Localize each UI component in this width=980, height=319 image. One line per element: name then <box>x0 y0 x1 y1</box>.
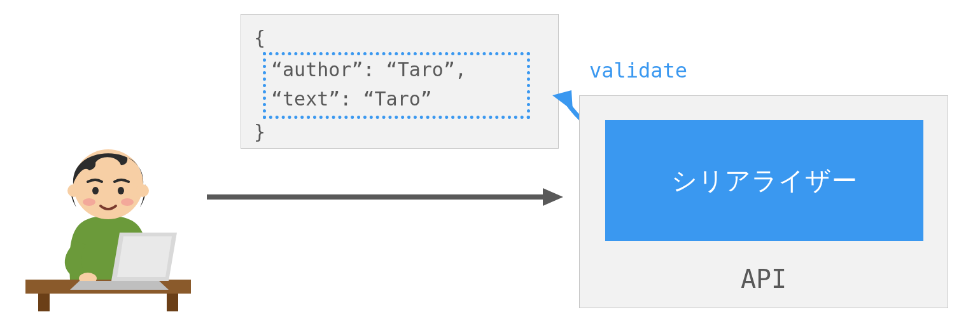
svg-marker-5 <box>70 281 169 290</box>
request-arrow <box>207 184 563 210</box>
json-open-brace: { <box>254 24 545 53</box>
json-highlighted-fields: “author”: “Taro”, “text”: “Taro” <box>263 52 530 119</box>
serializer-box: シリアライザー <box>605 120 923 241</box>
svg-point-12 <box>118 187 124 194</box>
json-payload-box: { “author”: “Taro”, “text”: “Taro” } <box>241 14 559 149</box>
validate-label: validate <box>589 58 687 83</box>
svg-point-10 <box>136 184 149 197</box>
json-close-brace: } <box>254 118 545 147</box>
svg-marker-7 <box>117 236 172 277</box>
user-illustration <box>25 121 191 311</box>
svg-point-13 <box>83 198 95 206</box>
svg-point-11 <box>92 187 99 194</box>
svg-point-14 <box>121 198 134 206</box>
api-label: API <box>580 264 948 294</box>
svg-marker-16 <box>543 188 563 206</box>
json-line-text: “text”: “Taro” <box>271 85 519 114</box>
svg-point-9 <box>67 184 80 197</box>
serializer-label: シリアライザー <box>671 163 858 198</box>
svg-rect-1 <box>38 294 50 311</box>
api-box: シリアライザー API <box>579 95 948 308</box>
json-line-author: “author”: “Taro”, <box>271 55 519 85</box>
svg-rect-2 <box>167 294 178 311</box>
